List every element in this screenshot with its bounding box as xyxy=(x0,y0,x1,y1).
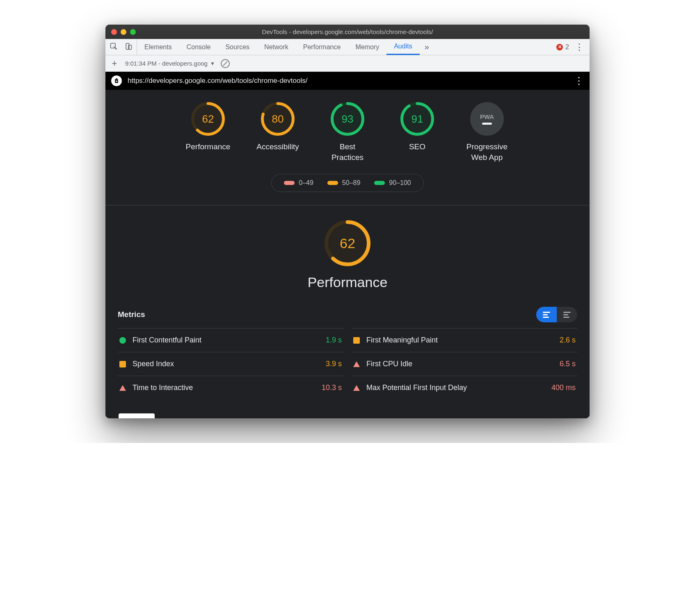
audits-sub-bar: + 9:01:34 PM - developers.goog ▼ xyxy=(105,55,590,72)
gauge-pwa[interactable]: PWA Progressive Web App xyxy=(462,102,512,162)
tab-elements[interactable]: Elements xyxy=(137,39,179,55)
device-toolbar-icon[interactable] xyxy=(124,42,133,52)
metrics-view-toggle[interactable] xyxy=(536,307,577,322)
titlebar: DevTools - developers.google.com/web/too… xyxy=(105,25,590,39)
audited-url: https://developers.google.com/web/tools/… xyxy=(128,77,307,85)
view-toggle-detailed[interactable] xyxy=(557,307,577,322)
tabs-overflow-icon[interactable]: » xyxy=(420,39,434,55)
metric-first-contentful-paint: First Contentful Paint1.9 s xyxy=(118,328,343,352)
gauge-performance[interactable]: 62 Performance xyxy=(183,102,233,162)
tab-performance[interactable]: Performance xyxy=(296,39,348,55)
metric-time-to-interactive: Time to Interactive10.3 s xyxy=(118,376,343,399)
performance-gauge-large: 62 Performance xyxy=(118,220,577,290)
new-audit-button[interactable]: + xyxy=(110,59,119,68)
svg-rect-3 xyxy=(116,81,117,82)
gauge-best-practices[interactable]: 93 BestPractices xyxy=(323,102,372,162)
window-title: DevTools - developers.google.com/web/too… xyxy=(105,28,590,35)
truncated-content-peek xyxy=(119,413,155,418)
tab-network[interactable]: Network xyxy=(257,39,296,55)
dropdown-caret-icon: ▼ xyxy=(210,61,215,66)
metric-first-cpu-idle: First CPU Idle6.5 s xyxy=(352,352,577,376)
audit-run-selector[interactable]: 9:01:34 PM - developers.goog ▼ xyxy=(125,60,215,67)
legend-50–89: 50–89 xyxy=(327,179,361,187)
error-icon: ✕ xyxy=(556,44,563,50)
performance-title: Performance xyxy=(308,274,388,290)
score-legend: 0–4950–8990–100 xyxy=(271,174,423,192)
legend-0–49: 0–49 xyxy=(284,179,313,187)
tab-console[interactable]: Console xyxy=(179,39,218,55)
legend-90–100: 90–100 xyxy=(374,179,411,187)
inspect-element-icon[interactable] xyxy=(110,42,118,52)
gauge-seo[interactable]: 91 SEO xyxy=(393,102,442,162)
view-toggle-compact[interactable] xyxy=(536,307,557,322)
error-count[interactable]: ✕ 2 xyxy=(556,43,569,51)
tab-audits[interactable]: Audits xyxy=(386,39,419,55)
lighthouse-icon xyxy=(111,75,122,86)
tab-memory[interactable]: Memory xyxy=(348,39,386,55)
lighthouse-report: 62 Performance 80 Accessibility 93 BestP… xyxy=(105,90,590,418)
metrics-heading: Metrics xyxy=(118,310,145,319)
report-url-bar: https://developers.google.com/web/tools/… xyxy=(105,72,590,90)
metric-max-potential-first-input-delay: Max Potential First Input Delay400 ms xyxy=(352,376,577,399)
devtools-menu-icon[interactable]: ⋮ xyxy=(575,43,584,52)
devtools-tab-bar: ElementsConsoleSourcesNetworkPerformance… xyxy=(105,39,590,55)
performance-section: 62 Performance Metrics First Contentful … xyxy=(105,205,590,408)
gauge-accessibility[interactable]: 80 Accessibility xyxy=(253,102,302,162)
devtools-window: DevTools - developers.google.com/web/too… xyxy=(105,25,590,418)
tab-sources[interactable]: Sources xyxy=(218,39,257,55)
metric-first-meaningful-paint: First Meaningful Paint2.6 s xyxy=(352,328,577,352)
report-menu-icon[interactable]: ⋮ xyxy=(574,75,584,87)
clear-audits-icon[interactable] xyxy=(221,59,230,68)
report-footer-cut xyxy=(105,408,590,418)
metric-speed-index: Speed Index3.9 s xyxy=(118,352,343,376)
